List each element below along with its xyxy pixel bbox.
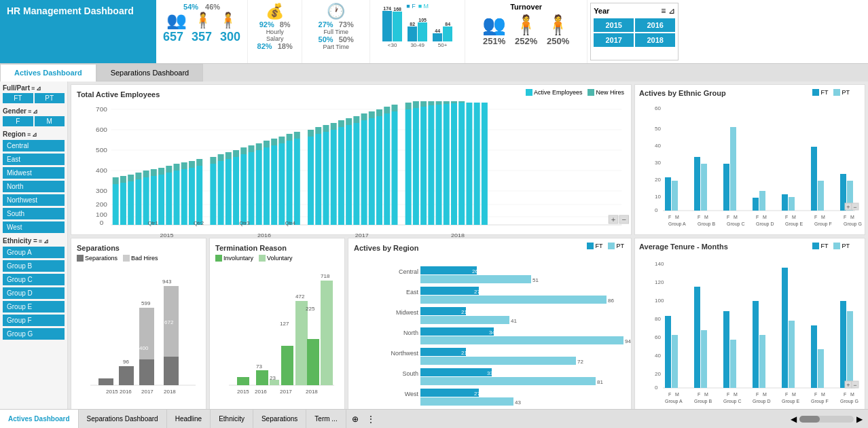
group-turnover-icon: 👥 — [482, 14, 506, 36]
age-bar-m-3049 — [418, 22, 427, 41]
region-central[interactable]: Central — [3, 140, 65, 151]
year-2016-btn[interactable]: 2016 — [635, 18, 675, 32]
bottom-tab-separations-dashboard[interactable]: Separations Dashboard — [79, 410, 167, 428]
tab-actives-dashboard[interactable]: Actives Dashboard — [0, 64, 96, 82]
svg-rect-187 — [256, 370, 268, 385]
svg-text:34: 34 — [489, 329, 495, 336]
svg-text:F: F — [756, 215, 759, 219]
svg-rect-231 — [420, 377, 596, 385]
svg-text:27: 27 — [474, 289, 480, 295]
salary-pct2: 18% — [278, 42, 293, 50]
svg-text:F: F — [698, 215, 700, 219]
fullpart-filter-icon[interactable]: ≡ — [31, 85, 35, 92]
svg-text:81: 81 — [597, 379, 603, 385]
region-south[interactable]: South — [3, 208, 65, 219]
svg-rect-219 — [420, 316, 509, 324]
svg-text:100: 100 — [96, 211, 107, 218]
svg-rect-66 — [315, 134, 321, 225]
svg-rect-95 — [428, 101, 434, 105]
svg-rect-128 — [672, 181, 678, 211]
year-2015-btn[interactable]: 2015 — [594, 18, 634, 32]
svg-text:M: M — [675, 392, 679, 397]
bottom-tab-term[interactable]: Term ... — [306, 410, 346, 428]
scroll-right-btn[interactable]: ▶ — [856, 414, 863, 424]
svg-text:Group B: Group B — [698, 221, 715, 227]
svg-rect-30 — [166, 173, 172, 225]
svg-rect-254 — [782, 268, 788, 388]
ethnicity-groupb[interactable]: Group B — [3, 260, 65, 272]
svg-text:F: F — [668, 392, 671, 397]
year-2018-btn[interactable]: 2018 — [635, 33, 675, 47]
term-legend: Involuntary Voluntary — [215, 255, 339, 262]
fullpart-sort-icon[interactable]: ⊿ — [36, 85, 41, 92]
region-east[interactable]: East — [3, 154, 65, 165]
region-svg: Central East Midwest North Northwest Sou… — [354, 255, 626, 404]
svg-rect-51 — [249, 145, 255, 152]
pt-pcts: 50% 50% — [319, 35, 354, 43]
region-west[interactable]: West — [3, 221, 65, 233]
svg-text:73: 73 — [256, 363, 262, 370]
age-group-30: 174 168 <30 — [382, 6, 402, 48]
bottom-tab-actives[interactable]: Actives Dashboard — [0, 410, 79, 428]
scroll-left-btn[interactable]: ◀ — [791, 414, 797, 424]
svg-text:F: F — [727, 392, 729, 397]
filter-icon[interactable]: ≡ — [661, 6, 666, 16]
gender-sort-icon[interactable]: ⊿ — [33, 108, 38, 115]
region-filter-icon[interactable]: ≡ — [27, 131, 31, 138]
svg-rect-131 — [723, 164, 729, 211]
svg-text:127: 127 — [280, 321, 289, 327]
svg-text:21: 21 — [461, 350, 467, 356]
ethnicity-label: Ethnicity = ≡ ⊿ — [3, 237, 65, 245]
add-tab-btn[interactable]: ⊕ — [346, 412, 364, 427]
ethnicity-filter-icon[interactable]: ≡ — [39, 238, 42, 245]
gender-buttons: F M — [3, 116, 65, 126]
svg-rect-17 — [113, 177, 119, 184]
svg-rect-251 — [730, 340, 736, 388]
termination-chart: Termination Reason Involuntary Voluntary — [209, 238, 345, 409]
tab-separations-dashboard[interactable]: Separations Dashboard — [96, 64, 204, 82]
bottom-tab-ethnicity[interactable]: Ethnicity — [211, 410, 253, 428]
svg-text:472: 472 — [295, 293, 305, 300]
total-active-legend: Active Employees New Hires — [526, 89, 624, 96]
ethnicity-sort-icon[interactable]: ⊿ — [43, 238, 49, 245]
ethnicity-groupd[interactable]: Group D — [3, 287, 65, 299]
svg-text:Group G: Group G — [844, 221, 862, 227]
svg-rect-235 — [420, 397, 513, 406]
parttime-pct2: 50% — [339, 35, 354, 43]
svg-text:−: − — [621, 216, 626, 224]
turnover-item3: 🧍 250% — [546, 14, 570, 46]
pt-button[interactable]: PT — [35, 93, 65, 103]
region-north[interactable]: North — [3, 181, 65, 192]
svg-text:F: F — [698, 392, 700, 397]
hourly-pcts: 92% 8% — [259, 20, 291, 29]
m-button[interactable]: M — [35, 116, 65, 126]
region-sort-icon[interactable]: ⊿ — [32, 131, 37, 138]
emp-pcts: 54% 46% — [183, 3, 220, 11]
year-2017-btn[interactable]: 2017 — [594, 33, 634, 47]
region-midwest[interactable]: Midwest — [3, 167, 65, 179]
svg-rect-23 — [135, 173, 141, 179]
bottom-tab-headline[interactable]: Headline — [167, 410, 211, 428]
ethnicity-groupg[interactable]: Group G — [3, 328, 65, 340]
sep-title: Separations — [77, 244, 200, 252]
svg-rect-246 — [665, 316, 671, 388]
region-northwest[interactable]: Northwest — [3, 194, 65, 206]
ethnicity-groupe[interactable]: Group E — [3, 301, 65, 313]
ethnicity-groupf[interactable]: Group F — [3, 315, 65, 326]
more-tabs-btn[interactable]: ⋮ — [364, 412, 378, 427]
svg-rect-84 — [384, 113, 390, 225]
svg-text:Group A: Group A — [665, 399, 683, 404]
gender-filter-icon[interactable]: ≡ — [28, 108, 31, 115]
ethnicity-groupc[interactable]: Group C — [3, 274, 65, 285]
person-ft-icon: 🧍 — [194, 12, 212, 29]
ethnicity-groupa[interactable]: Group A — [3, 247, 65, 258]
svg-text:140: 140 — [655, 261, 664, 267]
ft-button[interactable]: FT — [3, 93, 33, 103]
f-button[interactable]: F — [3, 116, 33, 126]
bottom-tab-separations[interactable]: Separations — [253, 410, 306, 428]
region-legend: FT PT — [587, 243, 624, 249]
svg-text:North: North — [403, 329, 418, 336]
sort-icon[interactable]: ⊿ — [668, 6, 675, 16]
ethnicity-filter: Ethnicity = ≡ ⊿ Group A Group B Group C … — [3, 237, 65, 340]
age-bar-group: 174 168 — [382, 6, 402, 41]
